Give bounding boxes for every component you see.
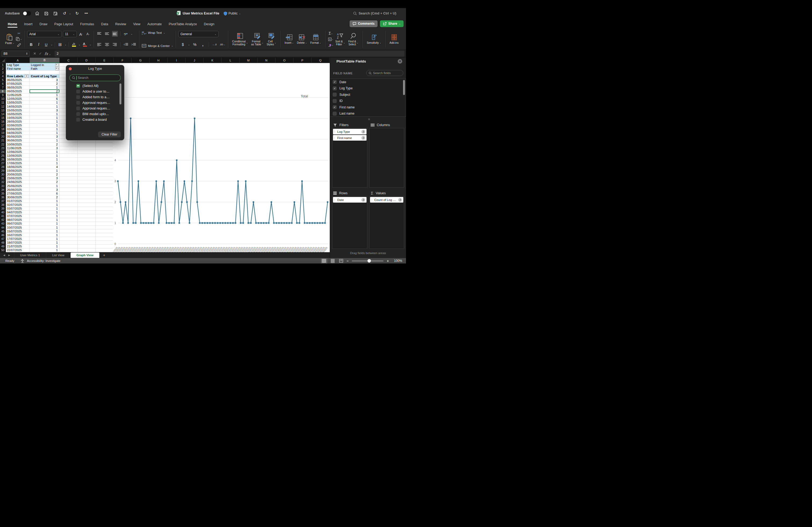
currency-icon[interactable]: $	[180, 42, 186, 47]
fill-handle[interactable]	[58, 92, 60, 93]
cell-C44[interactable]	[60, 226, 77, 229]
cell-A20[interactable]: 05/06/2025	[6, 135, 30, 139]
column-header-A[interactable]: A	[6, 58, 30, 63]
data-point[interactable]	[145, 222, 147, 224]
data-point[interactable]	[319, 222, 321, 224]
data-point[interactable]	[153, 222, 155, 224]
field-checkbox[interactable]: ✓	[333, 105, 337, 109]
cell-A49[interactable]: 21/07/2025	[6, 245, 30, 249]
data-point[interactable]	[309, 222, 310, 224]
data-point[interactable]	[301, 180, 303, 182]
increase-font-icon[interactable]: A^	[78, 31, 84, 37]
filter-item-0[interactable]: (Select All)	[76, 83, 121, 89]
data-point[interactable]	[314, 222, 316, 224]
row-header-35[interactable]: 35	[0, 192, 6, 195]
filter-item-1[interactable]: Added a user to…	[76, 89, 121, 94]
cell-B2[interactable]: Fatih▼	[30, 67, 60, 71]
cell-B46[interactable]: 1	[30, 233, 60, 237]
cell-D27[interactable]	[77, 161, 96, 165]
cell-D44[interactable]	[77, 226, 96, 229]
cell-A28[interactable]: 18/06/2025	[6, 165, 30, 169]
borders-button[interactable]: ⊞	[57, 42, 63, 47]
row-header-38[interactable]: 38	[0, 203, 6, 207]
column-header-I[interactable]: I	[168, 58, 186, 63]
cell-C46[interactable]	[60, 233, 77, 237]
row-header-1[interactable]: 1	[0, 63, 6, 67]
row-header-21[interactable]: 21	[0, 139, 6, 142]
privacy-badge[interactable]: Public ⌄	[224, 12, 241, 16]
data-point[interactable]	[148, 222, 149, 224]
underline-button[interactable]: U	[43, 42, 49, 47]
cell-E50[interactable]	[96, 249, 114, 252]
field-item-last-name[interactable]: Last name	[330, 110, 406, 117]
cell-B50[interactable]: 1	[30, 249, 60, 252]
cell-A7[interactable]: 08/05/2025	[6, 86, 30, 90]
column-header-K[interactable]: K	[204, 58, 221, 63]
data-point[interactable]	[125, 201, 127, 203]
data-point[interactable]	[166, 222, 167, 224]
cell-A1[interactable]: Log Type	[6, 63, 30, 67]
cell-C42[interactable]	[60, 218, 77, 222]
values-dropzone[interactable]: ⁞Count of Log Ty…i	[369, 196, 404, 249]
cell-D48[interactable]	[77, 241, 96, 244]
column-header-G[interactable]: G	[132, 58, 149, 63]
cell-E38[interactable]	[96, 203, 114, 207]
cell-A42[interactable]: 08/07/2025	[6, 218, 30, 222]
cell-B16[interactable]: 1	[30, 120, 60, 123]
comma-style-icon[interactable]: ,	[200, 42, 206, 47]
cell-A8[interactable]: 09/05/2025	[6, 90, 30, 93]
cell-D32[interactable]	[77, 180, 96, 184]
field-item-log-type[interactable]: ✓Log Type	[330, 85, 406, 92]
cell-C24[interactable]	[60, 150, 77, 154]
data-point[interactable]	[171, 222, 172, 224]
cell-D28[interactable]	[77, 165, 96, 169]
data-point[interactable]	[248, 222, 249, 224]
cell-E24[interactable]	[96, 150, 114, 154]
cell-A25[interactable]: 13/06/2025	[6, 154, 30, 157]
cell-B44[interactable]: 1	[30, 226, 60, 229]
row-header-29[interactable]: 29	[0, 169, 6, 173]
cell-C28[interactable]	[60, 165, 77, 169]
cell-E23[interactable]	[96, 146, 114, 150]
data-point[interactable]	[214, 222, 216, 224]
prev-sheet-icon[interactable]: ◀	[3, 254, 5, 257]
row-header-14[interactable]: 14	[0, 112, 6, 116]
merge-center-button[interactable]: Merge & Center⌄	[142, 44, 173, 47]
redo-icon[interactable]: ↻	[74, 11, 80, 16]
filter-item-4[interactable]: Approval reques…	[76, 105, 121, 111]
cell-styles-button[interactable]: Cell Styles⌄	[265, 32, 278, 46]
comments-button[interactable]: Comments	[350, 20, 378, 27]
cell-C27[interactable]	[60, 161, 77, 165]
data-point[interactable]	[117, 180, 119, 182]
data-point[interactable]	[237, 180, 239, 182]
cell-A48[interactable]: 18/07/2025	[6, 241, 30, 244]
zoom-level[interactable]: 100%	[391, 259, 402, 263]
cell-A14[interactable]: 16/05/2025	[6, 112, 30, 116]
cell-A47[interactable]: 17/07/2025	[6, 237, 30, 241]
data-point[interactable]	[245, 180, 246, 182]
drag-handle-icon[interactable]: ⁞	[334, 137, 336, 138]
cell-B13[interactable]: 3	[30, 108, 60, 112]
cell-E48[interactable]	[96, 241, 114, 244]
next-sheet-icon[interactable]: ▶	[8, 254, 10, 257]
data-point[interactable]	[276, 222, 277, 224]
cell-C23[interactable]	[60, 146, 77, 150]
column-header-B[interactable]: B	[30, 58, 60, 63]
drag-handle-icon[interactable]: ⁞	[334, 199, 336, 200]
insert-cells-button[interactable]: Insert⌄	[283, 33, 295, 45]
cell-B14[interactable]: 1	[30, 112, 60, 116]
cell-E32[interactable]	[96, 180, 114, 184]
field-checkbox[interactable]	[333, 99, 337, 103]
row-header-46[interactable]: 46	[0, 233, 6, 237]
cell-B30[interactable]: 2	[30, 173, 60, 177]
cell-C31[interactable]	[60, 177, 77, 180]
data-point[interactable]	[283, 222, 285, 224]
zoom-slider-knob[interactable]	[367, 259, 371, 263]
cell-B40[interactable]: 1	[30, 211, 60, 214]
field-item-date[interactable]: ✓Date	[330, 79, 406, 85]
cell-A15[interactable]: 19/05/2025	[6, 116, 30, 120]
ribbon-tab-automate[interactable]: Automate	[144, 20, 165, 28]
column-header-C[interactable]: C	[60, 58, 77, 63]
cell-B38[interactable]: 1	[30, 203, 60, 207]
cell-A11[interactable]: 13/05/2025	[6, 101, 30, 105]
